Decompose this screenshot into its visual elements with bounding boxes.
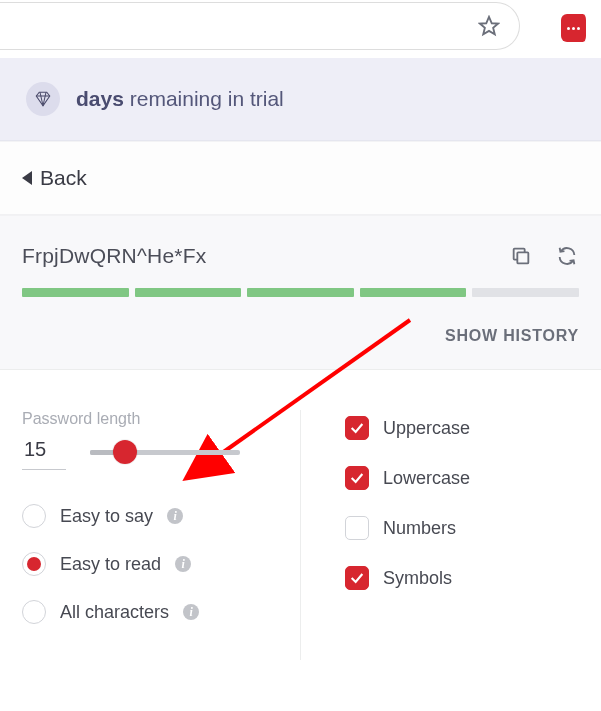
mode-option[interactable]: Easy to sayi xyxy=(22,504,300,528)
checkbox-icon xyxy=(345,566,369,590)
charset-label: Symbols xyxy=(383,568,452,589)
refresh-icon[interactable] xyxy=(555,244,579,268)
strength-meter xyxy=(0,288,601,311)
strength-segment xyxy=(247,288,354,297)
charset-option[interactable]: Symbols xyxy=(345,566,601,590)
trial-banner: days remaining in trial xyxy=(0,58,601,141)
copy-icon[interactable] xyxy=(509,244,533,268)
extension-icon[interactable] xyxy=(561,14,589,42)
info-icon[interactable]: i xyxy=(183,604,199,620)
slider-thumb[interactable] xyxy=(113,440,137,464)
browser-address-bar xyxy=(0,2,520,50)
strength-segment xyxy=(135,288,242,297)
diamond-icon xyxy=(26,82,60,116)
show-history-button[interactable]: SHOW HISTORY xyxy=(0,311,601,370)
trial-days-label: days xyxy=(76,87,124,110)
show-history-label: SHOW HISTORY xyxy=(445,327,579,344)
password-length-slider[interactable] xyxy=(90,442,240,462)
checkbox-icon xyxy=(345,516,369,540)
mode-option[interactable]: Easy to readi xyxy=(22,552,300,576)
password-length-input[interactable] xyxy=(22,434,66,470)
generated-password: FrpjDwQRN^He*Fx xyxy=(22,244,487,268)
radio-icon xyxy=(22,600,46,624)
strength-segment xyxy=(22,288,129,297)
radio-icon xyxy=(22,504,46,528)
charset-label: Lowercase xyxy=(383,468,470,489)
back-button[interactable]: Back xyxy=(0,141,601,215)
svg-rect-1 xyxy=(517,252,528,263)
trial-rest-label: remaining in trial xyxy=(130,87,284,110)
checkbox-icon xyxy=(345,466,369,490)
info-icon[interactable]: i xyxy=(175,556,191,572)
bookmark-star-icon[interactable] xyxy=(477,14,501,38)
mode-label: Easy to say xyxy=(60,506,153,527)
svg-marker-0 xyxy=(480,17,498,34)
info-icon[interactable]: i xyxy=(167,508,183,524)
charset-label: Numbers xyxy=(383,518,456,539)
strength-segment xyxy=(360,288,467,297)
options-panel: Password length Easy to sayiEasy to read… xyxy=(0,370,601,660)
charset-option[interactable]: Uppercase xyxy=(345,416,601,440)
charset-option[interactable]: Numbers xyxy=(345,516,601,540)
charset-option[interactable]: Lowercase xyxy=(345,466,601,490)
generated-password-row: FrpjDwQRN^He*Fx xyxy=(0,215,601,288)
charset-label: Uppercase xyxy=(383,418,470,439)
checkbox-icon xyxy=(345,416,369,440)
back-label: Back xyxy=(40,166,87,190)
strength-segment xyxy=(472,288,579,297)
trial-text: days remaining in trial xyxy=(76,87,284,111)
radio-icon xyxy=(22,552,46,576)
mode-label: Easy to read xyxy=(60,554,161,575)
mode-label: All characters xyxy=(60,602,169,623)
password-length-label: Password length xyxy=(22,410,300,428)
mode-option[interactable]: All charactersi xyxy=(22,600,300,624)
chevron-left-icon xyxy=(22,171,32,185)
